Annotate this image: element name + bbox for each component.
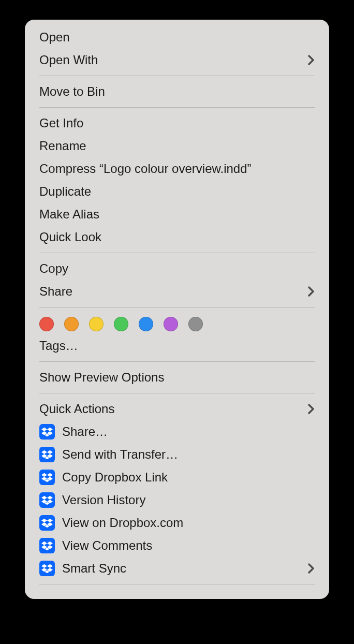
menu-item-label: View on Dropbox.com xyxy=(62,516,315,530)
menu-item-dropbox-view-on-site[interactable]: View on Dropbox.com xyxy=(25,511,329,534)
menu-item-compress[interactable]: Compress “Logo colour overview.indd” xyxy=(25,157,329,180)
svg-marker-32 xyxy=(47,564,53,568)
dropbox-icon xyxy=(39,470,55,485)
context-menu: Open Open With Move to Bin Get Info Rena… xyxy=(25,20,329,599)
menu-item-dropbox-send-transfer[interactable]: Send with Transfer… xyxy=(25,443,329,466)
svg-marker-17 xyxy=(47,496,53,500)
tag-color-row xyxy=(25,312,329,334)
menu-item-label: Get Info xyxy=(39,116,315,130)
tag-dot-purple[interactable] xyxy=(164,317,178,331)
tag-dot-green[interactable] xyxy=(114,317,128,331)
svg-marker-1 xyxy=(47,428,53,431)
menu-item-move-to-bin[interactable]: Move to Bin xyxy=(25,80,329,103)
svg-marker-26 xyxy=(41,541,47,545)
menu-item-label: View Comments xyxy=(62,538,315,553)
dropbox-icon xyxy=(39,561,55,576)
menu-item-label: Move to Bin xyxy=(39,84,315,99)
tag-dot-yellow[interactable] xyxy=(89,317,104,331)
svg-marker-6 xyxy=(41,450,47,454)
menu-item-label: Compress “Logo colour overview.indd” xyxy=(39,162,315,176)
menu-item-open[interactable]: Open xyxy=(25,26,329,49)
chevron-right-icon xyxy=(307,286,315,297)
chevron-right-icon xyxy=(307,403,315,415)
separator xyxy=(39,307,315,308)
menu-item-quick-look[interactable]: Quick Look xyxy=(25,226,329,248)
menu-item-label: Quick Look xyxy=(39,230,315,244)
dropbox-icon xyxy=(39,515,55,531)
tag-dot-orange[interactable] xyxy=(64,317,79,331)
menu-item-label: Smart Sync xyxy=(62,561,307,576)
menu-item-copy[interactable]: Copy xyxy=(25,257,329,280)
svg-marker-11 xyxy=(41,473,47,477)
chevron-right-icon xyxy=(307,563,315,574)
svg-marker-7 xyxy=(47,450,53,454)
separator xyxy=(39,584,315,584)
menu-item-tags[interactable]: Tags… xyxy=(25,334,329,357)
menu-item-label: Make Alias xyxy=(39,207,315,222)
separator xyxy=(39,361,315,362)
dropbox-icon xyxy=(39,538,55,553)
menu-item-label: Copy xyxy=(39,261,315,276)
menu-item-label: Copy Dropbox Link xyxy=(62,470,315,485)
svg-marker-0 xyxy=(41,428,47,431)
dropbox-icon xyxy=(39,492,55,508)
menu-item-label: Tags… xyxy=(39,339,315,353)
separator xyxy=(39,76,315,76)
svg-marker-27 xyxy=(47,541,53,545)
menu-item-label: Quick Actions xyxy=(39,402,307,416)
tag-dot-blue[interactable] xyxy=(139,317,153,331)
menu-item-share[interactable]: Share xyxy=(25,280,329,303)
svg-marker-12 xyxy=(47,473,53,477)
menu-item-dropbox-view-comments[interactable]: View Comments xyxy=(25,534,329,557)
menu-item-quick-actions[interactable]: Quick Actions xyxy=(25,398,329,420)
menu-item-show-preview-options[interactable]: Show Preview Options xyxy=(25,366,329,389)
menu-item-label: Version History xyxy=(62,493,315,507)
chevron-right-icon xyxy=(307,54,315,66)
separator xyxy=(39,107,315,108)
menu-item-label: Share… xyxy=(62,425,315,439)
menu-item-label: Open With xyxy=(39,53,307,67)
menu-item-label: Show Preview Options xyxy=(39,370,315,385)
menu-item-make-alias[interactable]: Make Alias xyxy=(25,203,329,226)
svg-marker-21 xyxy=(41,519,47,522)
menu-item-label: Open xyxy=(39,30,315,45)
menu-item-get-info[interactable]: Get Info xyxy=(25,112,329,135)
menu-item-dropbox-version-history[interactable]: Version History xyxy=(25,489,329,511)
menu-item-label: Send with Transfer… xyxy=(62,447,315,462)
dropbox-icon xyxy=(39,424,55,440)
menu-item-duplicate[interactable]: Duplicate xyxy=(25,180,329,203)
tag-dot-gray[interactable] xyxy=(188,317,203,331)
menu-item-dropbox-smart-sync[interactable]: Smart Sync xyxy=(25,557,329,580)
menu-item-open-with[interactable]: Open With xyxy=(25,49,329,71)
menu-item-rename[interactable]: Rename xyxy=(25,135,329,157)
svg-marker-31 xyxy=(41,564,47,568)
separator xyxy=(39,393,315,393)
menu-item-dropbox-copy-link[interactable]: Copy Dropbox Link xyxy=(25,466,329,489)
separator xyxy=(39,253,315,253)
menu-item-label: Rename xyxy=(39,139,315,153)
menu-item-label: Duplicate xyxy=(39,184,315,199)
menu-item-label: Share xyxy=(39,284,307,299)
svg-marker-16 xyxy=(41,496,47,500)
tag-dot-red[interactable] xyxy=(39,317,54,331)
svg-marker-22 xyxy=(47,519,53,522)
dropbox-icon xyxy=(39,447,55,462)
menu-item-dropbox-share[interactable]: Share… xyxy=(25,420,329,443)
